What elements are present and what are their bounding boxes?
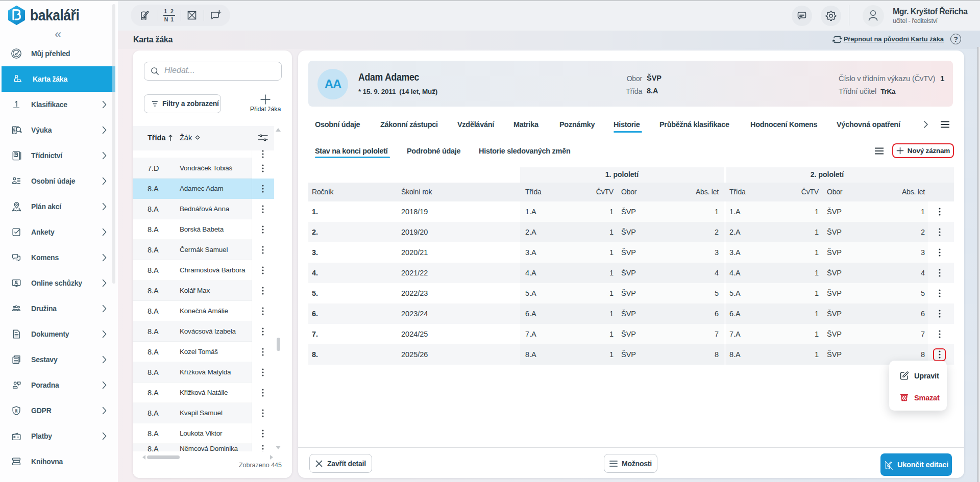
svg-text:§: § — [15, 408, 17, 413]
